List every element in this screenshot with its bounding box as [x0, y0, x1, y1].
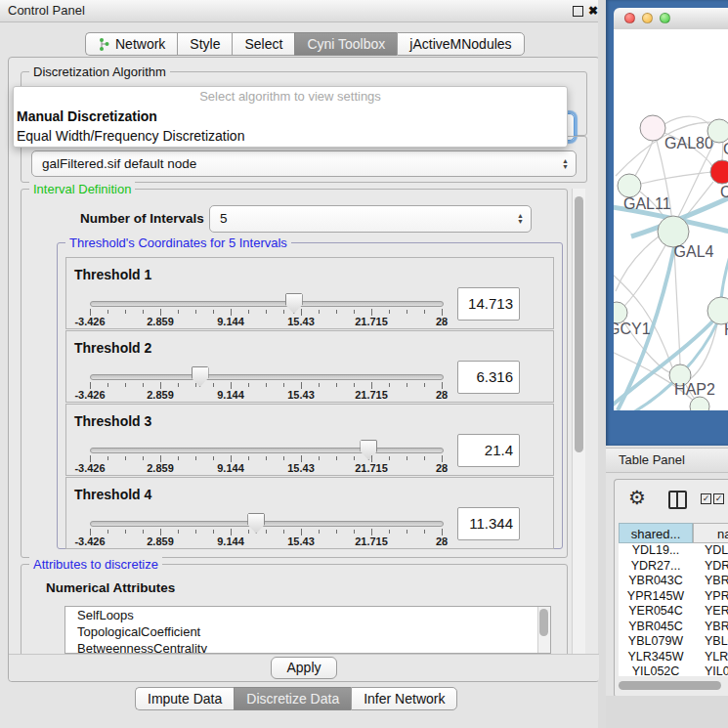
- threshold-row: Threshold 3-3.4262.8599.14415.4321.71528…: [65, 404, 554, 476]
- table-row[interactable]: YDR27...YDR2: [619, 559, 728, 575]
- network-canvas[interactable]: GAL80G.CGAL11GAL4GCY1HHAP2: [614, 29, 728, 410]
- table-row[interactable]: YBR045CYBR0: [619, 620, 728, 635]
- slider-tick-label: -3.426: [74, 535, 105, 547]
- table-row[interactable]: YER054CYER0: [619, 604, 728, 620]
- attributes-list-scrollbar-thumb[interactable]: [539, 609, 548, 636]
- slider-tick-mark: [160, 455, 161, 462]
- apply-button[interactable]: Apply: [271, 657, 337, 679]
- checkbox-icon[interactable]: ✓: [701, 493, 711, 504]
- table-cell-shared-name: YBR043C: [619, 574, 693, 589]
- slider-tick-mark: [336, 456, 337, 460]
- dropdown-option-manual-discretization[interactable]: Manual Discretization: [14, 107, 567, 126]
- threshold-value-field[interactable]: 6.316: [457, 361, 520, 394]
- network-window-titlebar[interactable]: [614, 8, 728, 30]
- table-cell-name: YBL0: [693, 634, 728, 650]
- slider-tick-label: -3.426: [74, 389, 105, 401]
- column-header-shared-name[interactable]: shared...: [619, 523, 693, 543]
- settings-scrollbar-thumb[interactable]: [575, 196, 583, 452]
- number-of-intervals-combobox[interactable]: 5 ▲▼: [209, 205, 532, 233]
- tab-impute-data-label: Impute Data: [148, 691, 222, 707]
- slider-track[interactable]: [90, 374, 444, 380]
- slider-tick-label: 9.144: [217, 316, 244, 327]
- network-view-window[interactable]: GAL80G.CGAL11GAL4GCY1HHAP2: [606, 0, 728, 446]
- slider-track[interactable]: [90, 448, 444, 453]
- slider-tick-mark: [195, 530, 196, 534]
- slider-thumb[interactable]: [192, 366, 209, 387]
- attributes-list-scrollbar[interactable]: [537, 607, 550, 653]
- dropdown-option-equal-width-frequency[interactable]: Equal Width/Frequency Discretization: [14, 126, 567, 146]
- split-columns-icon[interactable]: [668, 491, 687, 509]
- slider-tick-mark: [178, 310, 179, 314]
- attribute-list-item[interactable]: TopologicalCoefficient: [65, 623, 550, 640]
- tab-jactivemnodules[interactable]: jActiveMNodules: [397, 32, 524, 56]
- slider-tick-mark: [389, 530, 390, 534]
- minimize-traffic-light-icon[interactable]: [642, 13, 653, 23]
- tab-select[interactable]: Select: [232, 32, 294, 56]
- settings-scrollbar[interactable]: [572, 189, 585, 654]
- column-header-name[interactable]: na: [693, 523, 728, 543]
- slider-tick-label: 28: [436, 389, 448, 401]
- network-node[interactable]: [690, 397, 709, 410]
- table-cell-name: YDL1: [693, 543, 728, 559]
- slider-tick-mark: [424, 310, 425, 314]
- slider-tick-mark: [231, 529, 232, 535]
- network-node-label: C: [720, 184, 728, 200]
- slider-thumb[interactable]: [360, 440, 377, 460]
- slider-tick-mark: [195, 383, 196, 387]
- close-icon[interactable]: ✖: [588, 3, 598, 19]
- slider-tick-mark: [389, 383, 390, 387]
- algorithm-dropdown-popup: Select algorithm to view settings Manual…: [13, 86, 568, 148]
- table-panel-body: ⚙ ✓ ✓ shared... na YDL19...YDL1YDR27...Y…: [614, 479, 728, 698]
- tab-impute-data[interactable]: Impute Data: [135, 687, 234, 710]
- table-cell-name: YLR3: [693, 650, 728, 665]
- table-row[interactable]: YBL079WYBL0: [619, 634, 728, 650]
- tab-cyni-toolbox[interactable]: Cyni Toolbox: [294, 32, 397, 56]
- tab-discretize-data-label: Discretize Data: [246, 691, 339, 707]
- slider-track[interactable]: [90, 521, 444, 527]
- tab-network[interactable]: Network: [85, 32, 177, 56]
- threshold-value-field[interactable]: 21.4: [457, 434, 520, 467]
- table-row[interactable]: YIL052CYIL0: [619, 664, 728, 676]
- threshold-value-field[interactable]: 14.713: [457, 287, 520, 321]
- slider-tick-mark: [424, 456, 425, 460]
- network-node[interactable]: [707, 119, 728, 143]
- slider-tick-label: 2.859: [147, 316, 174, 327]
- attribute-list-item[interactable]: SelfLoops: [65, 607, 550, 623]
- network-node[interactable]: [618, 174, 641, 197]
- table-horizontal-scrollbar[interactable]: [619, 681, 725, 690]
- threshold-value-field[interactable]: 11.344: [457, 507, 520, 540]
- slider-tick-label: -3.426: [74, 462, 105, 474]
- network-node[interactable]: [707, 297, 728, 324]
- zoom-traffic-light-icon[interactable]: [660, 13, 670, 23]
- slider-tick-mark: [107, 310, 108, 314]
- tab-style[interactable]: Style: [177, 32, 232, 56]
- attribute-list-item[interactable]: BetweennessCentrality: [65, 640, 550, 654]
- gear-icon[interactable]: ⚙: [628, 486, 646, 509]
- slider-track[interactable]: [90, 301, 444, 307]
- checkbox-icon[interactable]: ✓: [713, 493, 724, 504]
- table-horizontal-scrollbar-thumb[interactable]: [619, 681, 721, 690]
- table-row[interactable]: YPR145WYPR1: [619, 589, 728, 605]
- threshold-rows: Threshold 1-3.4262.8599.14415.4321.71528…: [65, 257, 554, 550]
- table-row[interactable]: YLR345WYLR3: [619, 650, 728, 665]
- slider-tick-mark: [178, 530, 179, 534]
- slider-tick-mark: [125, 456, 126, 460]
- network-node[interactable]: [710, 160, 728, 184]
- network-node[interactable]: [640, 115, 665, 141]
- table-row[interactable]: YBR043CYBR0: [619, 574, 728, 589]
- table-data-combobox[interactable]: galFiltered.sif default node ▲▼: [31, 150, 577, 177]
- float-window-icon[interactable]: [573, 6, 583, 17]
- slider-tick-label: 9.144: [217, 462, 244, 474]
- network-node-label: H: [724, 321, 728, 338]
- tab-discretize-data[interactable]: Discretize Data: [234, 687, 351, 710]
- tab-infer-network[interactable]: Infer Network: [351, 687, 457, 710]
- slider-thumb[interactable]: [247, 513, 265, 534]
- slider-tick-label: 9.144: [217, 389, 244, 401]
- interval-definition-group-title: Interval Definition: [29, 182, 135, 196]
- cyni-toolbox-content: Discretization Algorithm ▲▼ Select algor…: [8, 57, 600, 682]
- threshold-row: Threshold 2-3.4262.8599.14415.4321.71528…: [65, 330, 554, 403]
- close-traffic-light-icon[interactable]: [624, 13, 635, 23]
- numerical-attributes-list[interactable]: SelfLoopsTopologicalCoefficientBetweenne…: [64, 606, 551, 654]
- slider-tick-mark: [195, 310, 196, 314]
- table-row[interactable]: YDL19...YDL1: [619, 543, 728, 559]
